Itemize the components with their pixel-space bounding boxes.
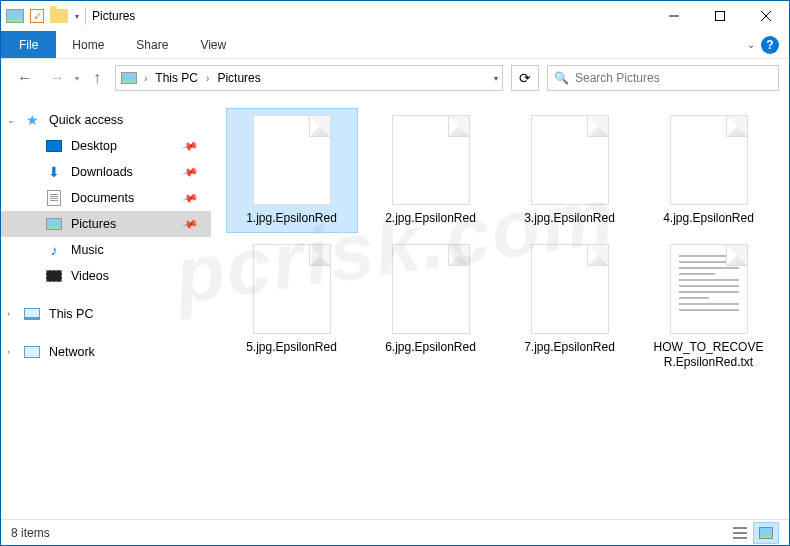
navigation-pane: ⌄ ★ Quick access Desktop 📌 ⬇ Downloads 📌… [1,97,211,519]
file-item[interactable]: 4.jpg.EpsilonRed [644,109,774,232]
large-icons-view-button[interactable] [753,522,779,544]
pin-icon: 📌 [181,163,200,181]
search-input[interactable]: 🔍 Search Pictures [547,65,779,91]
up-button[interactable]: ↑ [83,64,111,92]
network-icon [23,344,41,360]
file-label: 4.jpg.EpsilonRed [663,211,754,226]
file-item[interactable]: HOW_TO_RECOVER.EpsilonRed.txt [644,238,774,376]
sidebar-label: This PC [49,307,93,321]
window-title: Pictures [92,9,135,23]
sidebar-item-pictures[interactable]: Pictures 📌 [1,211,211,237]
status-bar: 8 items [1,519,789,545]
generic-file-icon [392,244,470,334]
star-icon: ★ [23,112,41,128]
breadcrumb-current[interactable]: Pictures [215,71,262,85]
file-label: 3.jpg.EpsilonRed [524,211,615,226]
explorer-body: ⌄ ★ Quick access Desktop 📌 ⬇ Downloads 📌… [1,97,789,519]
sidebar-network[interactable]: › Network [1,339,211,365]
window-controls [651,1,789,31]
expand-icon[interactable]: ⌄ [7,115,15,125]
sidebar-item-desktop[interactable]: Desktop 📌 [1,133,211,159]
help-icon[interactable]: ? [761,36,779,54]
file-item[interactable]: 1.jpg.EpsilonRed [227,109,357,232]
breadcrumb-root[interactable]: This PC [153,71,200,85]
file-label: HOW_TO_RECOVER.EpsilonRed.txt [649,340,769,370]
file-label: 7.jpg.EpsilonRed [524,340,615,355]
refresh-button[interactable]: ⟳ [511,65,539,91]
svg-rect-1 [716,12,725,21]
forward-button[interactable]: → [43,64,71,92]
sidebar-label: Quick access [49,113,123,127]
sidebar-item-label: Documents [71,191,134,205]
tab-share[interactable]: Share [120,31,184,58]
status-item-count: 8 items [11,526,50,540]
sidebar-item-downloads[interactable]: ⬇ Downloads 📌 [1,159,211,185]
address-location-icon [120,70,138,86]
file-item[interactable]: 2.jpg.EpsilonRed [366,109,496,232]
qat-properties-icon[interactable]: ✓ [27,6,47,26]
expand-icon[interactable]: › [7,347,10,357]
file-item[interactable]: 7.jpg.EpsilonRed [505,238,635,376]
file-label: 2.jpg.EpsilonRed [385,211,476,226]
maximize-button[interactable] [697,1,743,31]
recent-locations-dropdown[interactable]: ▾ [75,74,79,83]
ribbon-collapse-icon[interactable]: ⌄ [747,39,755,50]
file-list[interactable]: 1.jpg.EpsilonRed2.jpg.EpsilonRed3.jpg.Ep… [211,97,789,519]
breadcrumb-sep-icon[interactable]: › [140,73,151,84]
text-file-icon [670,244,748,334]
sidebar-quick-access[interactable]: ⌄ ★ Quick access [1,107,211,133]
close-button[interactable] [743,1,789,31]
tab-view[interactable]: View [184,31,242,58]
sidebar-item-label: Videos [71,269,109,283]
address-bar[interactable]: › This PC › Pictures ▾ [115,65,503,91]
titlebar: ✓ ▾ Pictures [1,1,789,31]
large-icons-view-icon [759,527,773,539]
sidebar-item-documents[interactable]: Documents 📌 [1,185,211,211]
file-item[interactable]: 5.jpg.EpsilonRed [227,238,357,376]
generic-file-icon [253,244,331,334]
sidebar-this-pc[interactable]: › This PC [1,301,211,327]
sidebar-item-label: Downloads [71,165,133,179]
generic-file-icon [392,115,470,205]
titlebar-divider [85,7,86,25]
details-view-button[interactable] [727,522,753,544]
file-label: 1.jpg.EpsilonRed [246,211,337,226]
qat-dropdown-icon[interactable]: ▾ [75,12,79,21]
pin-icon: 📌 [181,189,200,207]
generic-file-icon [253,115,331,205]
back-button[interactable]: ← [11,64,39,92]
pin-icon: 📌 [181,137,200,155]
sidebar-item-label: Desktop [71,139,117,153]
documents-icon [45,190,63,206]
file-item[interactable]: 3.jpg.EpsilonRed [505,109,635,232]
generic-file-icon [670,115,748,205]
generic-file-icon [531,244,609,334]
sidebar-item-label: Pictures [71,217,116,231]
sidebar-label: Network [49,345,95,359]
minimize-button[interactable] [651,1,697,31]
downloads-icon: ⬇ [45,164,63,180]
expand-icon[interactable]: › [7,309,10,319]
quick-access-toolbar: ✓ ▾ [5,6,79,26]
pictures-icon [45,216,63,232]
file-label: 6.jpg.EpsilonRed [385,340,476,355]
ribbon: File Home Share View ⌄ ? [1,31,789,59]
desktop-icon [45,138,63,154]
pin-icon: 📌 [181,215,200,233]
sidebar-item-music[interactable]: ♪ Music [1,237,211,263]
file-item[interactable]: 6.jpg.EpsilonRed [366,238,496,376]
file-tab[interactable]: File [1,31,56,58]
view-toggles [727,522,779,544]
search-icon: 🔍 [554,71,569,85]
qat-folder-icon[interactable] [49,6,69,26]
sidebar-item-label: Music [71,243,104,257]
tab-home[interactable]: Home [56,31,120,58]
app-icon[interactable] [5,6,25,26]
address-dropdown-icon[interactable]: ▾ [494,74,498,83]
search-placeholder: Search Pictures [575,71,660,85]
sidebar-item-videos[interactable]: Videos [1,263,211,289]
music-icon: ♪ [45,242,63,258]
file-label: 5.jpg.EpsilonRed [246,340,337,355]
breadcrumb-sep-icon[interactable]: › [202,73,213,84]
pc-icon [23,306,41,322]
